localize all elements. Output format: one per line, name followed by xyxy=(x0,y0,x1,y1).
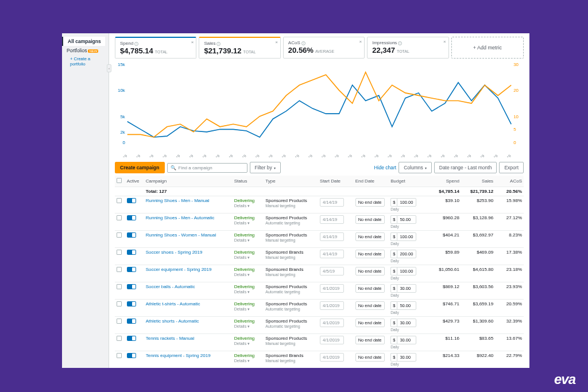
select-all-checkbox[interactable] xyxy=(117,178,122,183)
end-date-input[interactable]: No end date xyxy=(355,267,385,275)
start-date-input[interactable]: 4/1/2019 xyxy=(320,319,344,327)
columns-button[interactable]: Columns▾ xyxy=(399,162,432,173)
add-metric-button[interactable]: + Add metric xyxy=(451,37,524,59)
active-toggle[interactable] xyxy=(127,353,136,358)
active-toggle[interactable] xyxy=(127,319,136,324)
end-date-input[interactable]: No end date xyxy=(355,336,385,344)
end-date-input[interactable]: No end date xyxy=(355,215,385,224)
end-date-input[interactable]: No end date xyxy=(355,301,385,310)
active-toggle[interactable] xyxy=(127,267,136,272)
active-toggle[interactable] xyxy=(127,250,136,255)
status-details-link[interactable]: Details ▾ xyxy=(234,221,250,225)
budget-input[interactable]: $50.00 xyxy=(390,301,416,310)
col-status[interactable]: Status xyxy=(233,176,264,187)
info-icon[interactable]: i xyxy=(301,41,305,45)
end-date-input[interactable]: No end date xyxy=(355,250,385,258)
metric-spend[interactable]: × Spendi $4,785.14TOTAL xyxy=(115,37,196,59)
active-toggle[interactable] xyxy=(127,301,136,306)
date-range-button[interactable]: Date range - Last month xyxy=(434,162,497,173)
budget-input[interactable]: $30.00 xyxy=(390,319,416,327)
row-checkbox[interactable] xyxy=(117,301,122,306)
close-icon[interactable]: × xyxy=(191,40,194,45)
start-date-input[interactable]: 4/14/19 xyxy=(320,250,344,258)
row-checkbox[interactable] xyxy=(117,336,122,341)
close-icon[interactable]: × xyxy=(359,39,362,44)
create-campaign-button[interactable]: Create campaign xyxy=(115,162,165,173)
metric-impressions[interactable]: × Impressionsi 22,347TOTAL xyxy=(367,37,448,59)
export-button[interactable]: Export xyxy=(499,162,524,173)
filter-button[interactable]: Filter by▾ xyxy=(250,162,281,173)
status-details-link[interactable]: Details ▾ xyxy=(234,290,250,294)
row-checkbox[interactable] xyxy=(117,353,122,358)
campaign-link[interactable]: Soccer equipment - Spring 2019 xyxy=(146,267,212,272)
col-budget[interactable]: Budget xyxy=(389,176,427,187)
col-end[interactable]: End Date xyxy=(354,176,389,187)
info-icon[interactable]: i xyxy=(216,42,220,46)
search-input[interactable]: 🔍Find a campaign xyxy=(167,163,247,173)
row-checkbox[interactable] xyxy=(117,319,122,324)
start-date-input[interactable]: 4/1/2019 xyxy=(320,336,344,344)
active-toggle[interactable] xyxy=(127,215,136,220)
active-toggle[interactable] xyxy=(127,284,136,289)
sidebar-portfolios[interactable]: PortfoliosNEW xyxy=(65,46,105,55)
row-checkbox[interactable] xyxy=(117,267,122,272)
col-sales[interactable]: Sales xyxy=(461,176,495,187)
row-checkbox[interactable] xyxy=(117,215,122,220)
end-date-input[interactable]: No end date xyxy=(355,198,385,207)
start-date-input[interactable]: 4/1/2019 xyxy=(320,353,344,362)
col-type[interactable]: Type xyxy=(264,176,318,187)
active-toggle[interactable] xyxy=(127,336,136,341)
col-active[interactable]: Active xyxy=(125,176,144,187)
col-campaign[interactable]: Campaign xyxy=(144,176,233,187)
info-icon[interactable]: i xyxy=(134,42,138,46)
end-date-input[interactable]: No end date xyxy=(355,232,385,241)
campaign-link[interactable]: Tennis equipment - Spring 2019 xyxy=(146,353,211,358)
close-icon[interactable]: × xyxy=(275,40,278,45)
start-date-input[interactable]: 4/14/19 xyxy=(320,198,344,207)
start-date-input[interactable]: 4/14/19 xyxy=(320,215,344,224)
sidebar-collapse-handle[interactable]: ‹ xyxy=(107,64,111,72)
start-date-input[interactable]: 4/1/2019 xyxy=(320,301,344,310)
budget-input[interactable]: $30.00 xyxy=(390,284,416,293)
budget-input[interactable]: $100.00 xyxy=(390,198,416,207)
row-checkbox[interactable] xyxy=(117,232,122,238)
hide-chart-link[interactable]: Hide chart xyxy=(374,165,396,170)
budget-input[interactable]: $200.00 xyxy=(390,250,416,258)
budget-input[interactable]: $50.00 xyxy=(390,215,416,224)
status-details-link[interactable]: Details ▾ xyxy=(234,204,250,208)
budget-input[interactable]: $30.00 xyxy=(390,353,416,362)
status-details-link[interactable]: Details ▾ xyxy=(234,307,250,311)
end-date-input[interactable]: No end date xyxy=(355,353,385,362)
status-details-link[interactable]: Details ▾ xyxy=(234,359,250,363)
status-details-link[interactable]: Details ▾ xyxy=(234,255,250,259)
status-details-link[interactable]: Details ▾ xyxy=(234,324,250,328)
campaign-link[interactable]: Soccer balls - Automatic xyxy=(146,284,195,289)
col-start[interactable]: Start Date xyxy=(318,176,354,187)
close-icon[interactable]: × xyxy=(443,39,446,44)
row-checkbox[interactable] xyxy=(117,198,122,203)
end-date-input[interactable]: No end date xyxy=(355,284,385,293)
sidebar-all-campaigns[interactable]: All campaigns xyxy=(62,37,105,46)
metric-sales[interactable]: × Salesi $21,739.12TOTAL xyxy=(199,37,280,59)
start-date-input[interactable]: 4/14/19 xyxy=(320,232,344,241)
budget-input[interactable]: $100.00 xyxy=(390,232,416,241)
col-acos[interactable]: ACoS xyxy=(495,176,524,187)
col-spend[interactable]: Spend xyxy=(427,176,461,187)
end-date-input[interactable]: No end date xyxy=(355,319,385,327)
row-checkbox[interactable] xyxy=(117,250,122,255)
create-portfolio-link[interactable]: + Create a portfolio xyxy=(65,56,105,67)
budget-input[interactable]: $30.00 xyxy=(390,336,416,344)
budget-input[interactable]: $100.00 xyxy=(390,267,416,275)
campaign-link[interactable]: Running Shoes - Men - Manual xyxy=(146,198,210,203)
status-details-link[interactable]: Details ▾ xyxy=(234,238,250,242)
start-date-input[interactable]: 4/5/19 xyxy=(320,267,344,275)
campaign-link[interactable]: Tennis rackets - Manual xyxy=(146,336,194,341)
campaign-link[interactable]: Running Shoes - Men - Automatic xyxy=(146,215,215,220)
status-details-link[interactable]: Details ▾ xyxy=(234,273,250,277)
status-details-link[interactable]: Details ▾ xyxy=(234,341,250,346)
active-toggle[interactable] xyxy=(127,232,136,238)
campaign-link[interactable]: Running Shoes - Women - Manual xyxy=(146,232,216,238)
metric-acos[interactable]: × ACoSi 20.56%AVERAGE xyxy=(283,37,365,59)
active-toggle[interactable] xyxy=(127,198,136,203)
campaign-link[interactable]: Athletic shorts - Automatic xyxy=(146,319,199,324)
